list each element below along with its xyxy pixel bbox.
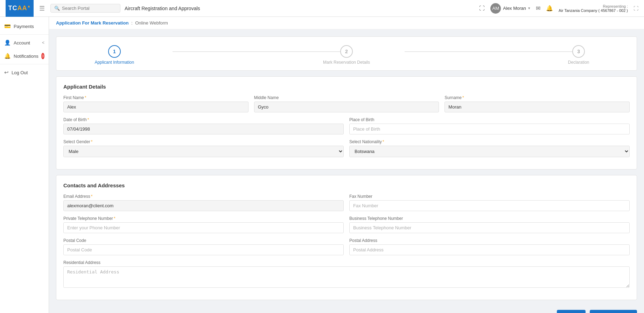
first-name-input[interactable] [63, 102, 248, 112]
sidebar-label-payments: Payments [14, 24, 44, 29]
nationality-group: Select Nationality* Botswana Tanzania Ke… [349, 139, 630, 157]
form-container: 1 Applicant Information 2 Mark Reservati… [49, 29, 644, 313]
postal-address-input[interactable] [349, 244, 630, 255]
sidebar-label-notifications: Notifications [14, 54, 38, 59]
sidebar-item-payments[interactable]: 💳 Payments [0, 20, 49, 33]
nationality-select[interactable]: Botswana Tanzania Kenya Uganda [349, 146, 630, 157]
payments-icon: 💳 [4, 23, 11, 29]
surname-label: Surname* [444, 95, 630, 100]
dob-input[interactable] [63, 124, 344, 134]
fax-group: Fax Number [349, 194, 630, 211]
sidebar-divider-1 [0, 34, 49, 35]
page-title: Aircraft Registration and Approvals [125, 6, 200, 11]
account-icon: 👤 [4, 40, 11, 46]
private-tel-input[interactable] [63, 222, 344, 233]
sidebar-label-account: Account [14, 40, 39, 46]
gender-nationality-row: Select Gender* Male Female Other Select … [63, 139, 630, 157]
step-1-label: Applicant Information [94, 60, 134, 65]
sidebar-item-account[interactable]: 👤 Account < [0, 36, 49, 49]
hamburger-icon[interactable]: ☰ [38, 3, 46, 14]
step-3-circle: 3 [572, 45, 585, 58]
search-bar[interactable]: 🔍 [50, 4, 120, 13]
dob-label: Date of Birth* [63, 117, 344, 122]
avatar: AM [490, 3, 501, 14]
logout-icon: ↩ [4, 69, 9, 76]
residential-address-input[interactable] [63, 266, 630, 288]
telephone-row: Private Telephone Number* Business Telep… [63, 216, 630, 233]
representing-value: Air Tanzania Company ( 4567867 - 002 ) [559, 8, 628, 13]
gender-label: Select Gender* [63, 139, 344, 144]
surname-group: Surname* [444, 95, 630, 112]
next-button[interactable]: Next [557, 310, 586, 313]
place-of-birth-label: Place of Birth [349, 117, 630, 122]
postal-code-input[interactable] [63, 244, 344, 255]
user-name: Alex Moran [503, 6, 526, 11]
form-footer: Next Save as Draft [56, 306, 637, 313]
middle-name-input[interactable] [254, 102, 439, 112]
applicant-details-card: Applicant Details First Name* Middle Nam… [56, 76, 637, 169]
postal-code-group: Postal Code [63, 238, 344, 255]
place-of-birth-input[interactable] [349, 124, 630, 134]
expand-icon[interactable]: ⛶ [634, 6, 638, 11]
postal-code-label: Postal Code [63, 238, 344, 243]
contacts-title: Contacts and Addresses [63, 182, 630, 188]
applicant-details-title: Applicant Details [63, 84, 630, 90]
email-group: Email Address* [63, 194, 344, 211]
save-draft-button[interactable]: Save as Draft [590, 310, 637, 313]
nationality-label: Select Nationality* [349, 139, 630, 144]
email-input[interactable] [63, 200, 344, 211]
bell-icon[interactable]: 🔔 [546, 5, 553, 12]
private-tel-label: Private Telephone Number* [63, 216, 344, 221]
first-name-label: First Name* [63, 95, 248, 100]
step-3: 3 Declaration [520, 45, 637, 65]
postal-address-label: Postal Address [349, 238, 630, 243]
fax-input[interactable] [349, 200, 630, 211]
top-header: TCAA ▲ ☰ 🔍 Aircraft Registration and App… [0, 0, 644, 17]
surname-input[interactable] [444, 102, 630, 112]
sidebar-item-notifications[interactable]: 🔔 Notifications 0 [0, 49, 49, 63]
email-label: Email Address* [63, 194, 344, 199]
app-body: 💳 Payments 👤 Account < 🔔 Notifications 0… [0, 17, 644, 313]
fullscreen-icon[interactable]: ⛶ [479, 5, 485, 12]
middle-name-group: Middle Name [254, 95, 439, 112]
postal-row: Postal Code Postal Address [63, 238, 630, 255]
sidebar-item-logout[interactable]: ↩ Log Out [0, 66, 49, 79]
breadcrumb-link[interactable]: Application For Mark Reservation [56, 20, 128, 26]
dob-row: Date of Birth* Place of Birth [63, 117, 630, 134]
step-2: 2 Mark Reservation Details [288, 45, 405, 65]
notifications-icon: 🔔 [4, 53, 11, 59]
middle-name-label: Middle Name [254, 95, 439, 100]
postal-address-group: Postal Address [349, 238, 630, 255]
main-content: Application For Mark Reservation : Onlin… [49, 17, 644, 313]
step-2-circle: 2 [340, 45, 353, 58]
account-arrow-icon: < [42, 40, 44, 45]
search-input[interactable] [62, 6, 117, 11]
private-tel-group: Private Telephone Number* [63, 216, 344, 233]
step-2-label: Mark Reservation Details [323, 60, 370, 65]
mail-icon[interactable]: ✉ [536, 5, 540, 12]
gender-select[interactable]: Male Female Other [63, 146, 344, 157]
business-tel-group: Business Telephone Number [349, 216, 630, 233]
representing-label: Representing : [559, 4, 628, 8]
dob-group: Date of Birth* [63, 117, 344, 134]
business-tel-label: Business Telephone Number [349, 216, 630, 221]
business-tel-input[interactable] [349, 222, 630, 233]
residential-row: Residential Address [63, 260, 630, 288]
user-area[interactable]: AM Alex Moran ▾ [490, 3, 530, 14]
sidebar-label-logout: Log Out [12, 70, 44, 75]
step-1-circle: 1 [108, 45, 121, 58]
first-name-group: First Name* [63, 95, 248, 112]
contacts-card: Contacts and Addresses Email Address* Fa… [56, 175, 637, 300]
sidebar-divider-2 [0, 64, 49, 64]
breadcrumb-separator: : [131, 20, 133, 26]
name-row: First Name* Middle Name Surname* [63, 95, 630, 112]
residential-address-label: Residential Address [63, 260, 630, 265]
representing-area: Representing : Air Tanzania Company ( 45… [559, 4, 628, 13]
stepper: 1 Applicant Information 2 Mark Reservati… [56, 36, 637, 71]
breadcrumb-current: Online Webform [135, 20, 168, 26]
sidebar: 💳 Payments 👤 Account < 🔔 Notifications 0… [0, 17, 49, 313]
email-fax-row: Email Address* Fax Number [63, 194, 630, 211]
step-3-label: Declaration [568, 60, 589, 65]
header-right: ⛶ AM Alex Moran ▾ ✉ 🔔 Representing : Air… [479, 3, 638, 14]
gender-group: Select Gender* Male Female Other [63, 139, 344, 157]
